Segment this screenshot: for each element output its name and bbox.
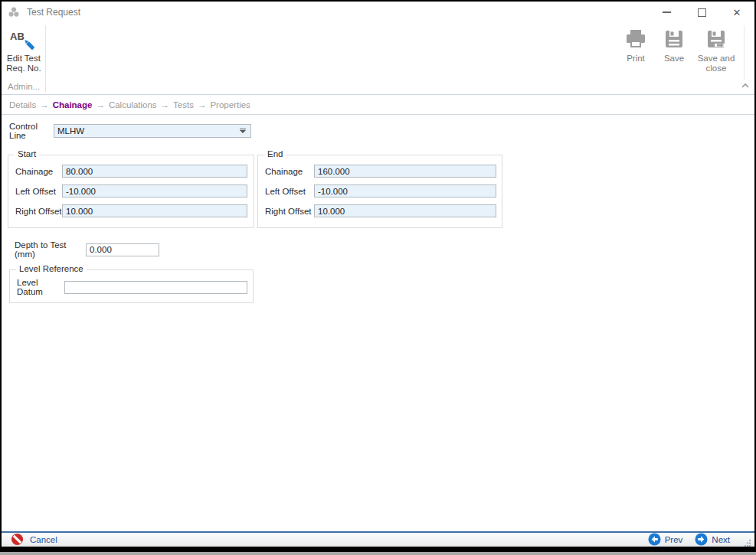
breadcrumb-details[interactable]: Details: [9, 100, 36, 109]
start-right-offset-label: Right Offset: [15, 207, 62, 216]
close-button[interactable]: ✕: [719, 2, 754, 23]
wizard-footer: Cancel Prev Next: [2, 531, 754, 547]
level-datum-label: Level Datum: [17, 278, 64, 296]
cancel-button[interactable]: Cancel: [11, 533, 57, 547]
prev-label: Prev: [665, 535, 683, 544]
end-right-offset-input[interactable]: [314, 204, 496, 217]
start-chainage-label: Chainage: [15, 167, 62, 176]
end-left-offset-label: Left Offset: [265, 187, 314, 196]
end-chainage-row: Chainage: [265, 165, 502, 178]
pencil-icon: [21, 37, 37, 55]
breadcrumb-arrow: →: [96, 100, 105, 109]
breadcrumb-arrow: →: [161, 100, 170, 109]
depth-to-test-label: Depth to Test (mm): [15, 240, 86, 259]
end-chainage-label: Chainage: [265, 167, 314, 176]
ribbon-collapse-chevron[interactable]: [741, 77, 749, 91]
save-button[interactable]: Save: [658, 27, 690, 64]
start-right-offset-row: Right Offset: [15, 204, 254, 217]
start-chainage-input[interactable]: [62, 165, 247, 178]
ribbon-group-caption: Admin...: [8, 82, 40, 91]
start-right-offset-input[interactable]: [62, 204, 247, 217]
prev-button[interactable]: Prev: [648, 533, 683, 547]
close-icon: ✕: [733, 8, 741, 18]
breadcrumb-arrow: →: [40, 100, 49, 109]
end-chainage-input[interactable]: [314, 165, 496, 178]
print-label: Print: [618, 54, 653, 64]
test-request-window: Test Request ✕ AB Edit Test Req: [0, 0, 756, 552]
level-datum-input[interactable]: [64, 281, 247, 294]
maximize-icon: [698, 8, 706, 17]
ribbon: AB Edit Test Req. No. Admin...: [2, 23, 754, 95]
ribbon-right-buttons: Print Save: [614, 27, 738, 73]
level-datum-row: Level Datum: [17, 278, 253, 296]
breadcrumb-arrow: →: [198, 100, 207, 109]
start-left-offset-input[interactable]: [62, 184, 247, 198]
chevron-down-icon: [240, 130, 246, 133]
breadcrumb-chainage[interactable]: Chainage: [53, 100, 93, 109]
prev-icon: [648, 533, 661, 547]
start-left-offset-label: Left Offset: [15, 187, 62, 196]
print-icon: [618, 27, 653, 51]
start-left-offset-row: Left Offset: [15, 184, 254, 198]
start-group: Start Chainage Left Offset Right Offset: [8, 155, 254, 228]
minimize-icon: [663, 11, 671, 13]
window-controls: ✕: [649, 2, 754, 23]
chainage-page: Control Line MLHW Start Chainage Left Of…: [2, 115, 754, 531]
end-group: End Chainage Left Offset Right Offset: [257, 155, 502, 228]
next-button[interactable]: Next: [695, 533, 730, 547]
save-and-close-label: Save and close: [695, 54, 738, 73]
depth-to-test-row: Depth to Test (mm): [15, 240, 754, 259]
breadcrumb-tests[interactable]: Tests: [173, 100, 194, 109]
save-and-close-icon: [695, 27, 738, 51]
next-icon: [695, 533, 708, 547]
control-line-select[interactable]: MLHW: [54, 124, 251, 138]
save-and-close-button[interactable]: Save and close: [695, 27, 738, 73]
save-label: Save: [658, 54, 690, 64]
end-left-offset-input[interactable]: [314, 184, 496, 198]
ribbon-group-separator: [45, 25, 46, 92]
level-reference-group: Level Reference Level Datum: [9, 269, 254, 303]
edit-test-req-no-label: Edit Test Req. No.: [5, 54, 43, 73]
control-line-row: Control Line MLHW: [9, 122, 754, 140]
cancel-icon: [11, 533, 24, 547]
title-bar: Test Request ✕: [2, 2, 754, 23]
depth-to-test-input[interactable]: [86, 243, 159, 256]
edit-test-req-no-button[interactable]: AB Edit Test Req. No.: [5, 26, 43, 73]
ribbon-right-separator: [744, 25, 745, 80]
minimize-button[interactable]: [649, 2, 684, 23]
level-reference-title: Level Reference: [16, 264, 87, 273]
window-title: Test Request: [27, 7, 80, 18]
maximize-button[interactable]: [684, 2, 719, 23]
breadcrumb-properties[interactable]: Properties: [210, 100, 250, 109]
end-group-title: End: [264, 149, 286, 158]
breadcrumb-calculations[interactable]: Calculations: [109, 100, 157, 109]
resize-grip[interactable]: [744, 536, 751, 544]
control-line-value: MLHW: [57, 126, 84, 135]
start-end-groups: Start Chainage Left Offset Right Offset: [8, 150, 754, 228]
app-icon: [8, 6, 20, 18]
start-group-title: Start: [15, 149, 39, 158]
save-icon: [658, 27, 690, 51]
next-label: Next: [712, 535, 730, 544]
end-right-offset-label: Right Offset: [265, 207, 314, 216]
end-left-offset-row: Left Offset: [265, 184, 502, 198]
control-line-label: Control Line: [9, 122, 54, 140]
start-chainage-row: Chainage: [15, 165, 254, 178]
end-right-offset-row: Right Offset: [265, 204, 502, 217]
print-button[interactable]: Print: [618, 27, 653, 64]
cancel-label: Cancel: [30, 535, 57, 544]
wizard-breadcrumb: Details → Chainage → Calculations → Test…: [2, 95, 754, 115]
